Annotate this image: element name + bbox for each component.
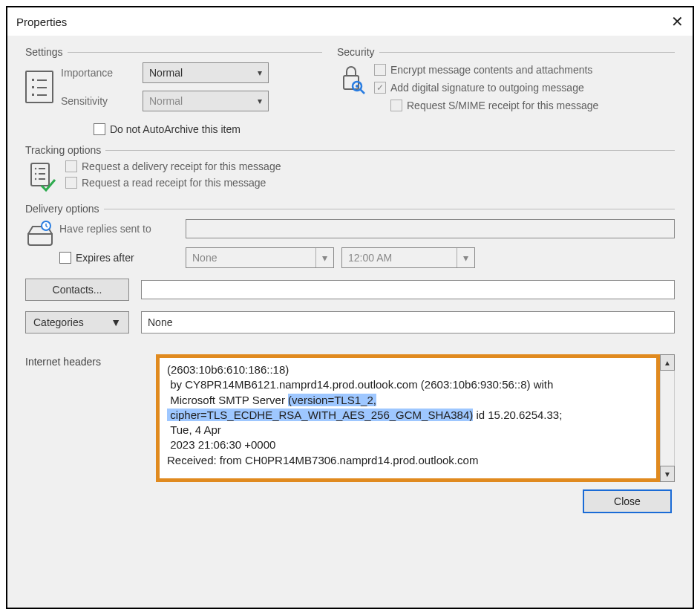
security-legend: Security [337, 46, 375, 58]
delivery-legend: Delivery options [25, 203, 99, 215]
contacts-input[interactable] [141, 280, 675, 299]
tracking-legend: Tracking options [25, 144, 101, 156]
chevron-down-icon: ▾ [258, 96, 262, 106]
sensitivity-label: Sensitivity [61, 95, 143, 107]
autoarchive-checkbox[interactable]: Do not AutoArchive this item [94, 123, 675, 135]
replies-label: Have replies sent to [59, 223, 178, 235]
contacts-button[interactable]: Contacts... [25, 279, 129, 301]
close-icon[interactable]: ✕ [671, 13, 684, 30]
lock-key-icon [337, 62, 367, 97]
internet-headers-label: Internet headers [25, 354, 144, 368]
categories-button[interactable]: Categories▼ [25, 311, 129, 333]
sensitivity-select: Normal▾ [143, 91, 269, 111]
chevron-down-icon: ▾ [315, 248, 333, 267]
tracking-icon [28, 160, 58, 195]
chevron-down-icon: ▼ [111, 316, 121, 328]
svg-point-2 [356, 85, 359, 88]
smime-checkbox: Request S/MIME receipt for this message [390, 100, 598, 111]
expires-checkbox[interactable]: Expires after [59, 252, 178, 264]
expires-date-combo: None▾ [186, 247, 334, 268]
close-button[interactable]: Close [583, 489, 672, 513]
read-receipt-checkbox: Request a read receipt for this message [65, 177, 281, 189]
scroll-down-icon[interactable]: ▼ [660, 466, 675, 482]
settings-legend: Settings [25, 46, 63, 58]
signature-checkbox: ✓Add digital signature to outgoing messa… [374, 82, 598, 94]
scroll-up-icon[interactable]: ▲ [660, 354, 675, 371]
categories-value[interactable]: None [141, 311, 675, 333]
svg-point-4 [35, 168, 36, 169]
chevron-down-icon: ▾ [258, 68, 262, 78]
window-title: Properties [16, 16, 67, 28]
properties-dialog: Properties ✕ Settings Importance Normal▾ [6, 6, 694, 609]
chevron-down-icon: ▾ [457, 248, 474, 267]
reply-tray-icon [25, 219, 55, 251]
properties-icon [25, 71, 53, 103]
expires-time-combo: 12:00 AM▾ [341, 247, 475, 268]
importance-label: Importance [61, 67, 143, 79]
encrypt-checkbox: Encrypt message contents and attachments [374, 64, 598, 76]
svg-point-6 [35, 173, 36, 175]
delivery-receipt-checkbox: Request a delivery receipt for this mess… [65, 160, 281, 172]
internet-headers-text[interactable]: (2603:10b6:610:186::18) by CY8PR14MB6121… [156, 354, 660, 482]
replies-input [186, 219, 675, 238]
scrollbar[interactable]: ▲ ▼ [660, 354, 675, 482]
svg-point-8 [35, 178, 36, 180]
importance-select[interactable]: Normal▾ [143, 62, 269, 83]
titlebar: Properties ✕ [7, 7, 693, 36]
